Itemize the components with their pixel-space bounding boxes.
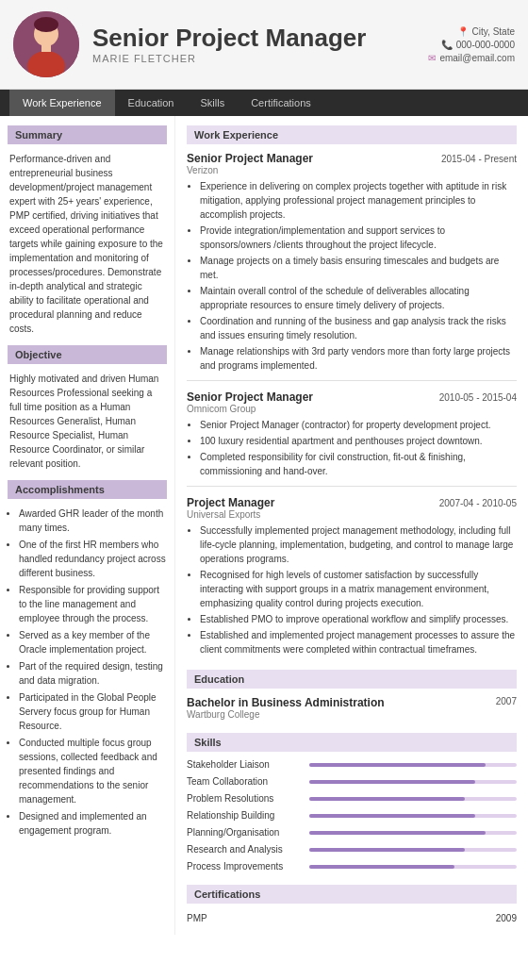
skill-bar-bg (309, 797, 517, 801)
header-subtitle: MARIE FLETCHER (92, 53, 415, 64)
job-bullet: Senior Project Manager (contractor) for … (200, 418, 517, 432)
svg-point-2 (34, 17, 58, 32)
skill-row: Research and Analysis (187, 844, 517, 855)
job-bullet: Maintain overall control of the schedule… (200, 284, 517, 312)
skill-bar-bg (309, 848, 517, 852)
content-area: Work Experience Senior Project Manager20… (174, 116, 528, 935)
job-dates: 2007-04 - 2010-05 (439, 498, 517, 508)
education-header: Education (187, 670, 517, 689)
accomplishment-item: Designed and implemented an engagement p… (19, 809, 167, 838)
job-block: Senior Project Manager2010-05 - 2015-04O… (187, 390, 517, 487)
job-company: Omnicom Group (187, 404, 517, 414)
skill-bar-fill (309, 814, 475, 818)
skill-name: Relationship Building (187, 810, 309, 821)
navigation: Work Experience Education Skills Certifi… (0, 90, 528, 116)
job-bullet: Provide integration/implementation and s… (200, 224, 517, 252)
objective-text: Highly motivated and driven Human Resour… (8, 372, 167, 471)
main-content: Summary Performance-driven and entrepren… (0, 116, 528, 935)
certifications-container: PMP2009 (187, 911, 517, 925)
job-bullet: Established PMO to improve operational w… (200, 612, 517, 626)
skill-name: Process Improvements (187, 861, 309, 872)
skill-row: Problem Resolutions (187, 793, 517, 804)
job-header: Senior Project Manager2010-05 - 2015-04 (187, 390, 517, 404)
skill-name: Research and Analysis (187, 844, 309, 855)
skill-name: Team Collaboration (187, 776, 309, 787)
skill-bar-bg (309, 831, 517, 835)
objective-header: Objective (8, 345, 167, 364)
edu-year: 2007 (496, 696, 517, 709)
job-header: Senior Project Manager2015-04 - Present (187, 152, 517, 165)
accomplishment-item: Responsible for providing support to the… (19, 583, 167, 625)
job-bullet: Coordination and running of the business… (200, 314, 517, 342)
accomplishment-item: Awarded GHR leader of the month many tim… (19, 507, 167, 535)
skill-name: Planning/Organisation (187, 827, 309, 838)
contact-email: ✉ email@email.com (428, 53, 515, 63)
job-company: Verizon (187, 165, 517, 175)
edu-degree: Bachelor in Business Administration (187, 696, 385, 709)
certifications-header: Certifications (187, 885, 517, 904)
avatar (13, 11, 79, 77)
job-dates: 2010-05 - 2015-04 (439, 392, 517, 403)
skill-row: Team Collaboration (187, 776, 517, 787)
cert-name: PMP (187, 913, 207, 923)
summary-text: Performance-driven and entrepreneurial b… (8, 152, 167, 336)
job-header: Project Manager2007-04 - 2010-05 (187, 496, 517, 509)
accomplishment-item: Participated in the Global People Server… (19, 690, 167, 733)
edu-block: Bachelor in Business Administration2007W… (187, 696, 517, 720)
header-contact: 📍 City, State 📞 000-000-0000 ✉ email@ema… (428, 26, 515, 63)
summary-header: Summary (8, 125, 167, 144)
job-bullet: 100 luxury residential apartment and pen… (200, 434, 517, 448)
skills-header: Skills (187, 733, 517, 752)
job-title: Senior Project Manager (187, 152, 313, 165)
skill-bar-bg (309, 763, 517, 767)
skill-bar-bg (309, 814, 517, 818)
job-bullet: Experience in delivering on complex proj… (200, 179, 517, 222)
nav-education[interactable]: Education (115, 90, 188, 116)
phone-icon: 📞 (441, 40, 453, 50)
skill-name: Stakeholder Liaison (187, 759, 309, 770)
job-bullet: Manage projects on a timely basis ensuri… (200, 254, 517, 282)
email-icon: ✉ (428, 53, 436, 63)
skill-row: Relationship Building (187, 810, 517, 821)
job-bullets: Senior Project Manager (contractor) for … (187, 418, 517, 478)
skill-bar-bg (309, 865, 517, 869)
job-bullet: Completed responsibility for civil const… (200, 450, 517, 478)
cert-row: PMP2009 (187, 911, 517, 925)
skill-bar-fill (309, 780, 475, 784)
skill-row: Planning/Organisation (187, 827, 517, 838)
job-title: Senior Project Manager (187, 390, 313, 404)
job-block: Senior Project Manager2015-04 - PresentV… (187, 152, 517, 381)
skill-bar-bg (309, 780, 517, 784)
accomplishments-header: Accomplishments (8, 480, 167, 499)
skill-row: Stakeholder Liaison (187, 759, 517, 770)
job-bullet: Recognised for high levels of customer s… (200, 568, 517, 610)
job-bullet: Manage relationships with 3rd party vend… (200, 344, 517, 373)
jobs-container: Senior Project Manager2015-04 - PresentV… (187, 152, 517, 656)
job-bullet: Established and implemented project mana… (200, 628, 517, 656)
skill-bar-fill (309, 865, 454, 869)
skill-bar-fill (309, 763, 486, 767)
education-container: Bachelor in Business Administration2007W… (187, 696, 517, 720)
accomplishments-list: Awarded GHR leader of the month many tim… (8, 507, 167, 838)
nav-skills[interactable]: Skills (188, 90, 239, 116)
nav-work-experience[interactable]: Work Experience (9, 90, 115, 116)
job-bullet: Successfully implemented project managem… (200, 523, 517, 566)
skill-name: Problem Resolutions (187, 793, 309, 804)
accomplishment-item: Conducted multiple focus group sessions,… (19, 736, 167, 806)
resume-container: Senior Project Manager MARIE FLETCHER 📍 … (0, 0, 528, 980)
header-title: Senior Project Manager (92, 25, 415, 52)
edu-header: Bachelor in Business Administration2007 (187, 696, 517, 709)
nav-certifications[interactable]: Certifications (238, 90, 324, 116)
cert-year: 2009 (496, 913, 517, 923)
skills-container: Stakeholder LiaisonTeam CollaborationPro… (187, 759, 517, 872)
skill-row: Process Improvements (187, 861, 517, 872)
contact-location: 📍 City, State (428, 26, 515, 37)
accomplishment-item: Served as a key member of the Oracle imp… (19, 628, 167, 656)
location-icon: 📍 (457, 26, 469, 37)
accomplishment-item: Part of the required design, testing and… (19, 659, 167, 688)
job-dates: 2015-04 - Present (441, 154, 517, 164)
svg-rect-4 (41, 44, 51, 52)
accomplishment-item: One of the first HR members who handled … (19, 538, 167, 580)
work-experience-header: Work Experience (187, 125, 517, 144)
sidebar: Summary Performance-driven and entrepren… (0, 116, 174, 935)
